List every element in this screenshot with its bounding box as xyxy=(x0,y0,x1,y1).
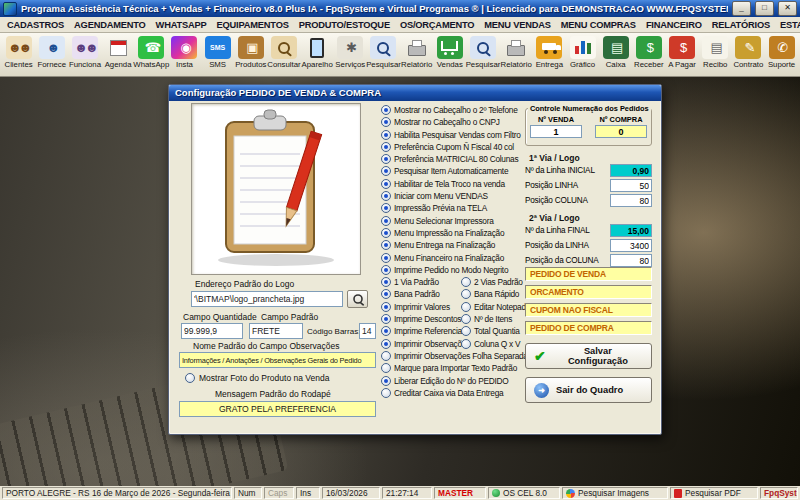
menu-financeiro[interactable]: FINANCEIRO xyxy=(641,20,707,30)
toolbar-vendas[interactable]: Vendas xyxy=(433,34,466,75)
option-menu-financeiro-na-finaliza-o[interactable]: Menu Financeiro na Finalização xyxy=(381,253,504,263)
toolbar-insta[interactable]: ◉Insta xyxy=(168,34,201,75)
default-field-input[interactable] xyxy=(249,323,303,339)
toolbar-clientes[interactable]: ☻☻Clientes xyxy=(2,34,35,75)
option-1-via-padr-o[interactable]: 1 Via Padrão xyxy=(381,277,439,287)
menu-menu-compras[interactable]: MENU COMPRAS xyxy=(556,20,641,30)
support-icon: ✆ xyxy=(769,36,795,59)
dialog-body: Endereço Padrão do Logo Campo Quantidade… xyxy=(169,101,661,433)
option-marque-para-importar-texto-padr-o[interactable]: Marque para Importar Texto Padrão xyxy=(381,363,517,373)
toolbar-a-pagar[interactable]: $A Pagar xyxy=(665,34,698,75)
option-imprimir-valores[interactable]: Imprimir Valores xyxy=(381,302,450,312)
option-imprime-pedido-no-modo-negrito[interactable]: Imprime Pedido no Modo Negrito xyxy=(381,265,508,275)
search-icon xyxy=(353,294,363,304)
toolbar-aparelho[interactable]: Aparelho xyxy=(301,34,334,75)
minimize-button[interactable]: _ xyxy=(732,1,751,16)
toolbar-contrato[interactable]: ✎Contrato xyxy=(732,34,765,75)
menu-equipamentos[interactable]: EQUIPAMENTOS xyxy=(212,20,294,30)
status-search-pdf[interactable]: Pesquisar PDF xyxy=(670,487,758,499)
toolbar-servi-os[interactable]: ✱Serviços xyxy=(334,34,367,75)
option-liberar-edi-o-do-n-do-pedido[interactable]: Liberar Edição do Nº do PEDIDO xyxy=(381,376,509,386)
toolbar-fornece[interactable]: ☻Fornece xyxy=(35,34,68,75)
option-menu-entrega-na-finaliza-o[interactable]: Menu Entrega na Finalização xyxy=(381,240,495,250)
toolbar-funciona[interactable]: ☻☻Funciona xyxy=(68,34,101,75)
doc-title-cupom-nao-fiscal[interactable]: CUPOM NAO FISCAL xyxy=(525,303,652,317)
toolbar-sms[interactable]: SMSSMS xyxy=(201,34,234,75)
toolbar-pesquisar[interactable]: Pesquisar xyxy=(367,34,400,75)
option-imprimir-observa-es-folha-separada[interactable]: Imprimir Observações Folha Separada xyxy=(381,351,528,361)
menu-cadastros[interactable]: CADASTROS xyxy=(2,20,69,30)
product-search-icon xyxy=(271,36,297,59)
doc-title-pedido-de-compra[interactable]: PEDIDO DE COMPRA xyxy=(525,321,652,335)
option-show-product-photo[interactable]: Mostrar Foto do Produto na Venda xyxy=(185,373,329,383)
via2-input-n-da-linha-final[interactable] xyxy=(610,224,652,237)
option-bana-padr-o[interactable]: Bana Padrão xyxy=(381,289,440,299)
via2-input-posi-o-da-linha[interactable] xyxy=(610,239,652,252)
option-2-vias-padr-o[interactable]: 2 Vias Padrão xyxy=(461,277,523,287)
option-menu-selecionar-impressora[interactable]: Menu Selecionar Impressora xyxy=(381,216,494,226)
logo-browse-button[interactable] xyxy=(347,290,368,308)
option-prefer-ncia-matricial-80-colunas[interactable]: Preferência MATRICIAL 80 Colunas xyxy=(381,154,518,164)
option-imprimir-observa-es[interactable]: Imprimir Observações xyxy=(381,339,470,349)
menu-menu-vendas[interactable]: MENU VENDAS xyxy=(479,20,556,30)
option-bana-r-pido[interactable]: Bana Rápido xyxy=(461,289,519,299)
option-coluna-q-x-v[interactable]: Coluna Q x V xyxy=(461,339,520,349)
option-impress-o-pr-via-na-tela[interactable]: Impressão Prévia na TELA xyxy=(381,203,487,213)
toolbar-pesquisar[interactable]: Pesquisar xyxy=(466,34,499,75)
menu-whatsapp[interactable]: WHATSAPP xyxy=(151,20,212,30)
toolbar-recibo[interactable]: ▤Recibo xyxy=(699,34,732,75)
barcode-label: Código Barras: xyxy=(307,327,360,336)
toolbar-relat-rio[interactable]: Relatório xyxy=(400,34,433,75)
toolbar-entrega[interactable]: Entrega xyxy=(533,34,566,75)
barcode-digits-input[interactable] xyxy=(359,323,376,339)
toolbar-caixa[interactable]: ▤Caixa xyxy=(599,34,632,75)
option-menu-impress-o-na-finaliza-o[interactable]: Menu Impressão na Finalização xyxy=(381,228,504,238)
compra-number-input[interactable] xyxy=(595,125,647,138)
doc-title-pedido-de-venda[interactable]: PEDIDO DE VENDA xyxy=(525,267,652,281)
option-total-quantia[interactable]: Total Quantia xyxy=(461,326,520,336)
status-search-images[interactable]: Pesquisar Imagens xyxy=(562,487,668,499)
option-iniciar-com-menu-vendas[interactable]: Iniciar com Menu VENDAS xyxy=(381,191,488,201)
logo-path-input[interactable] xyxy=(191,291,343,307)
menu-relat-rios[interactable]: RELATÓRIOS xyxy=(707,20,775,30)
menu-estatistica[interactable]: ESTATISTICA xyxy=(775,20,800,30)
window-titlebar[interactable]: Programa Assistência Técnica + Vendas + … xyxy=(0,0,800,17)
toolbar-consultar[interactable]: Consultar xyxy=(267,34,300,75)
save-config-button[interactable]: ✔ Salvar Configuração xyxy=(525,343,652,369)
option-n-de-itens[interactable]: Nº de Itens xyxy=(461,314,512,324)
via1-input-n-da-linha-inicial[interactable] xyxy=(610,164,652,177)
close-button[interactable]: ✕ xyxy=(778,1,797,16)
toolbar-gr-fico[interactable]: Gráfico xyxy=(566,34,599,75)
dialog-title: Configuração PEDIDO DE VENDA & COMPRA xyxy=(175,87,381,98)
toolbar-receber[interactable]: $Receber xyxy=(632,34,665,75)
option-mostrar-no-cabe-alho-o-cnpj[interactable]: Mostrar no Cabeçalho o CNPJ xyxy=(381,117,500,127)
menu-os-or-amento[interactable]: OS/ORÇAMENTO xyxy=(395,20,479,30)
toolbar-whatsapp[interactable]: ☎WhatsApp xyxy=(135,34,168,75)
dialog-titlebar[interactable]: Configuração PEDIDO DE VENDA & COMPRA xyxy=(169,85,661,101)
option-imprime-referencia[interactable]: Imprime Referencia xyxy=(381,326,462,336)
option-mostrar-no-cabe-alho-o-2-telefone[interactable]: Mostrar no Cabeçalho o 2º Telefone xyxy=(381,105,518,115)
toolbar-produtos[interactable]: ▣Produtos xyxy=(234,34,267,75)
observations-name-input[interactable] xyxy=(179,352,376,368)
option-creditar-caixa-via-data-entrega[interactable]: Creditar Caixa via Data Entrega xyxy=(381,388,503,398)
quantity-mask-input[interactable] xyxy=(181,323,243,339)
option-editar-notepad[interactable]: Editar Notepad xyxy=(461,302,526,312)
toolbar-agenda[interactable]: Agenda xyxy=(102,34,135,75)
venda-number-input[interactable] xyxy=(530,125,582,138)
menu-agendamento[interactable]: AGENDAMENTO xyxy=(69,20,151,30)
exit-dialog-button[interactable]: ➜ Sair do Quadro xyxy=(525,377,652,403)
menu-produto-estoque[interactable]: PRODUTO/ESTOQUE xyxy=(294,20,395,30)
via1-input-posi-o-coluna[interactable] xyxy=(610,194,652,207)
footer-message-input[interactable] xyxy=(179,401,376,417)
toolbar-suporte[interactable]: ✆Suporte xyxy=(765,34,798,75)
doc-title-orcamento[interactable]: ORCAMENTO xyxy=(525,285,652,299)
option-imprime-descontos[interactable]: Imprime Descontos xyxy=(381,314,461,324)
via1-input-posi-o-linha[interactable] xyxy=(610,179,652,192)
toolbar-relat-rio[interactable]: Relatório xyxy=(500,34,533,75)
option-pesquisar-item-automaticamente[interactable]: Pesquisar Item Automaticamente xyxy=(381,166,508,176)
option-habilita-pesquisar-vendas-com-filtro[interactable]: Habilita Pesquisar Vendas com Filtro xyxy=(381,130,521,140)
maximize-button[interactable]: □ xyxy=(755,1,774,16)
via2-input-posi-o-da-coluna[interactable] xyxy=(610,254,652,267)
option-prefer-ncia-cupom-fiscal-40-col[interactable]: Preferência Cupom Ñ Fiscal 40 col xyxy=(381,142,514,152)
option-habilitar-de-tela-troco-na-venda[interactable]: Habilitar de Tela Troco na venda xyxy=(381,179,505,189)
